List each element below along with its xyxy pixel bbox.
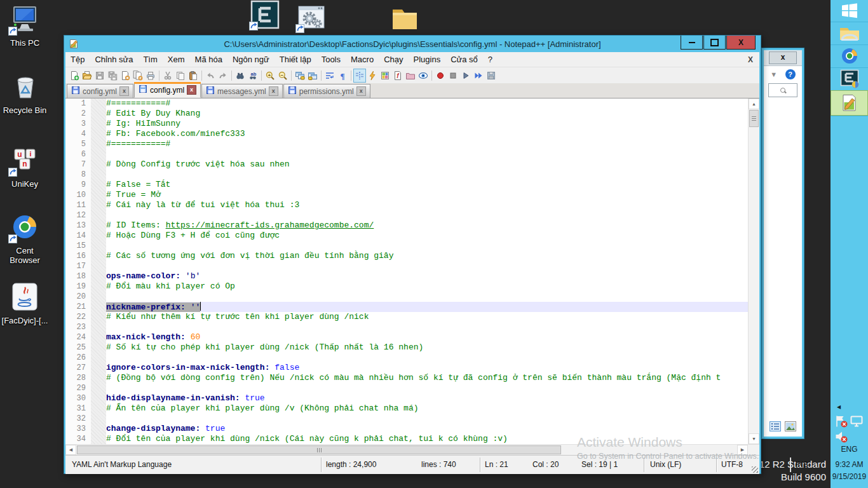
- new-file-icon[interactable]: [68, 69, 81, 83]
- menu-close-button[interactable]: X: [748, 55, 753, 64]
- macro-run-multiple-icon[interactable]: [472, 69, 485, 83]
- hyperlink[interactable]: https://minecraft-ids.grahamedgecombe.co…: [166, 220, 374, 230]
- tab-permissions-yml[interactable]: permissions.ymlx: [283, 84, 370, 98]
- zoom-out-icon[interactable]: −: [276, 69, 289, 83]
- image-view-icon[interactable]: [785, 421, 796, 431]
- save-all-icon[interactable]: [106, 69, 119, 83]
- menu-item-macro[interactable]: Macro: [346, 53, 379, 66]
- document-map-icon[interactable]: [379, 69, 391, 83]
- file-monitoring-icon[interactable]: [417, 69, 430, 83]
- macro-record-icon[interactable]: [434, 69, 447, 83]
- close-doc-icon[interactable]: [119, 69, 132, 83]
- tab-close-icon[interactable]: x: [269, 86, 278, 96]
- replace-icon[interactable]: ab: [247, 69, 259, 83]
- editor-line: # True = Mở: [106, 190, 748, 200]
- desktop-icon-cent-browser[interactable]: Cent Browser: [0, 212, 50, 265]
- function-list-icon[interactable]: f: [391, 69, 404, 83]
- windows-build-text: Build 9600: [781, 471, 826, 482]
- menu-item-tp[interactable]: Tệp: [65, 53, 90, 66]
- menu-item-plugins[interactable]: Plugins: [409, 53, 446, 66]
- scroll-up-arrow[interactable]: ▲: [749, 98, 759, 109]
- clock-date[interactable]: 9/15/2019: [831, 472, 868, 481]
- tab-config-yml[interactable]: config.ymlx: [67, 84, 133, 98]
- menu-item-ngnng[interactable]: Ngôn ngữ: [227, 53, 275, 66]
- show-all-characters-icon[interactable]: ¶: [336, 69, 349, 83]
- save-icon[interactable]: [93, 69, 106, 83]
- volume-muted-icon[interactable]: [834, 430, 848, 446]
- taskbar-item-start[interactable]: [831, 0, 868, 22]
- tab-close-icon[interactable]: x: [356, 86, 366, 96]
- desktop-icon-unikey[interactable]: uinUniKey: [0, 145, 50, 189]
- undo-icon[interactable]: [204, 69, 217, 83]
- desktop-icon-yellow-folder[interactable]: [391, 4, 420, 33]
- minimize-button[interactable]: [681, 36, 703, 50]
- clock-time[interactable]: 9:32 AM: [831, 460, 868, 469]
- title-bar[interactable]: C:\Users\Administrator\Desktop\FactionsD…: [64, 36, 761, 52]
- taskbar-item-file-explorer[interactable]: [831, 22, 868, 45]
- close-button[interactable]: X: [726, 36, 756, 50]
- maximize-button[interactable]: [703, 36, 726, 50]
- network-status-icon[interactable]: [850, 414, 865, 431]
- macro-stop-icon[interactable]: [447, 69, 459, 83]
- tab-close-icon[interactable]: x: [119, 86, 129, 96]
- tab-messages-yml[interactable]: messages.ymlx: [201, 84, 283, 98]
- action-center-flag-icon[interactable]: [834, 414, 848, 431]
- scroll-down-arrow[interactable]: ▼: [749, 433, 759, 444]
- open-folder-icon[interactable]: [81, 69, 93, 83]
- taskbar-item-notepad-plus-plus[interactable]: [831, 90, 868, 116]
- word-wrap-icon[interactable]: [323, 69, 336, 83]
- language-indicator[interactable]: ENG: [831, 445, 868, 454]
- desktop-icon-e-app[interactable]: [250, 0, 280, 29]
- code-segment: # Hoặc Dùng F3 + H để coi cũng được: [106, 231, 280, 240]
- menu-item-chnhsa[interactable]: Chỉnh sửa: [90, 53, 138, 66]
- desktop-icon-recycle-bin[interactable]: Recycle Bin: [0, 71, 50, 115]
- close-all-docs-icon[interactable]: [132, 69, 144, 83]
- sync-scroll-horizontal-icon[interactable]: [306, 69, 319, 83]
- menu-item-xem[interactable]: Xem: [163, 53, 190, 66]
- bookmark-margin[interactable]: [91, 98, 106, 444]
- scroll-left-arrow[interactable]: ◀: [65, 445, 76, 455]
- tab-close-icon[interactable]: x: [187, 85, 196, 95]
- desktop-icon-facdyic-java[interactable]: [FacDyic]-[...: [0, 281, 50, 325]
- copy-icon[interactable]: [174, 69, 187, 83]
- menu-item-mha[interactable]: Mã hóa: [190, 53, 227, 66]
- horizontal-scroll-thumb[interactable]: [77, 445, 561, 454]
- panel-search-input[interactable]: [768, 83, 797, 97]
- text-editing-area[interactable]: #===========## Edit By Duy Khang# Ig: Hi…: [106, 98, 748, 444]
- menu-item-cas[interactable]: Cửa sổ: [445, 53, 483, 66]
- taskbar-item-cent-browser[interactable]: [831, 44, 868, 68]
- paste-icon[interactable]: [187, 69, 200, 83]
- taskbar-item-e-app[interactable]: [831, 67, 868, 91]
- chevron-down-icon[interactable]: ▼: [770, 71, 777, 78]
- resize-grip[interactable]: [752, 466, 758, 473]
- zoom-in-icon[interactable]: +: [264, 69, 276, 83]
- list-view-icon[interactable]: [770, 421, 781, 431]
- help-icon[interactable]: ?: [785, 69, 796, 79]
- desktop-icon-this-pc[interactable]: This PC: [0, 4, 50, 48]
- menu-item-chy[interactable]: Chạy: [379, 53, 408, 66]
- folder-as-workspace-icon[interactable]: [404, 69, 417, 83]
- menu-item-thitlp[interactable]: Thiết lập: [275, 53, 316, 66]
- print-icon[interactable]: [144, 69, 157, 83]
- panel-close-button[interactable]: x: [769, 51, 797, 64]
- vertical-scroll-thumb[interactable]: [749, 110, 759, 127]
- desktop-icon-gears-app[interactable]: [297, 3, 326, 32]
- menu-item-tm[interactable]: Tìm: [138, 53, 162, 66]
- macro-save-icon[interactable]: [485, 69, 498, 83]
- find-icon[interactable]: [234, 69, 247, 83]
- indent-guide-icon[interactable]: [353, 69, 366, 83]
- vertical-scrollbar[interactable]: ▲ ▼: [748, 98, 759, 444]
- scroll-right-arrow[interactable]: ▶: [737, 445, 748, 455]
- menu-item-?[interactable]: ?: [483, 53, 498, 66]
- cut-icon[interactable]: [161, 69, 174, 83]
- sync-scroll-vertical-icon[interactable]: [294, 69, 306, 83]
- line-number-gutter: 1234567891011121314151617181920212223242…: [65, 98, 91, 444]
- background-panel-window[interactable]: x ▼ ?: [761, 48, 804, 439]
- menu-item-tools[interactable]: Tools: [316, 53, 346, 66]
- horizontal-scrollbar[interactable]: ◀ ▶: [65, 444, 759, 455]
- tab-config-yml[interactable]: config.ymlx: [134, 82, 201, 98]
- redo-icon[interactable]: [217, 69, 229, 83]
- macro-play-icon[interactable]: [459, 69, 472, 83]
- shortcut-mapper-icon[interactable]: [366, 69, 379, 83]
- show-hidden-icons-button[interactable]: ◀: [837, 404, 841, 410]
